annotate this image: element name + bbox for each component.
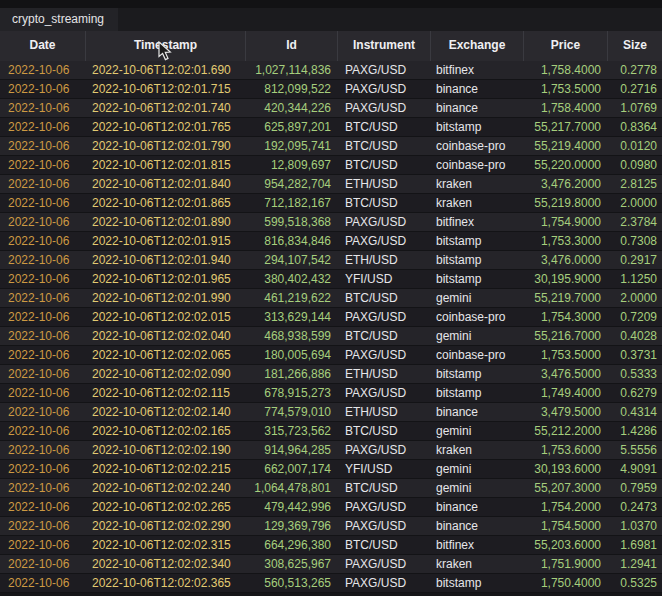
cell-instrument: BTC/USD [337, 479, 430, 497]
cell-timestamp: 2022-10-06T12:02:02.190 [85, 441, 245, 459]
cell-timestamp: 2022-10-06T12:02:01.740 [85, 99, 245, 117]
cell-date: 2022-10-06 [0, 137, 85, 155]
cell-exchange: bitfinex [430, 61, 523, 79]
table-row[interactable]: 2022-10-062022-10-06T12:02:02.265479,442… [0, 498, 662, 517]
cell-instrument: PAXG/USD [337, 80, 430, 98]
table-row[interactable]: 2022-10-062022-10-06T12:02:02.165315,723… [0, 422, 662, 441]
table-row[interactable]: 2022-10-062022-10-06T12:02:02.2401,064,4… [0, 479, 662, 498]
cell-id: 129,369,796 [245, 517, 337, 535]
cell-size: 4.9091 [607, 460, 662, 478]
table-row[interactable]: 2022-10-062022-10-06T12:02:02.140774,579… [0, 403, 662, 422]
table-row[interactable]: 2022-10-062022-10-06T12:02:01.865712,182… [0, 194, 662, 213]
cell-timestamp: 2022-10-06T12:02:01.715 [85, 80, 245, 98]
table-row[interactable]: 2022-10-062022-10-06T12:02:01.790192,095… [0, 137, 662, 156]
cell-date: 2022-10-06 [0, 422, 85, 440]
table-row[interactable]: 2022-10-062022-10-06T12:02:01.940294,107… [0, 251, 662, 270]
cell-price: 1,753.5000 [523, 346, 607, 364]
table-row[interactable]: 2022-10-062022-10-06T12:02:02.040468,938… [0, 327, 662, 346]
table-row[interactable]: 2022-10-062022-10-06T12:02:02.365560,513… [0, 574, 662, 593]
column-header-price[interactable]: Price [523, 31, 607, 61]
table-row[interactable]: 2022-10-062022-10-06T12:02:01.765625,897… [0, 118, 662, 137]
cell-price: 1,753.3000 [523, 232, 607, 250]
table-row[interactable]: 2022-10-062022-10-06T12:02:01.840954,282… [0, 175, 662, 194]
cell-timestamp: 2022-10-06T12:02:02.215 [85, 460, 245, 478]
cell-date: 2022-10-06 [0, 517, 85, 535]
table-row[interactable]: 2022-10-062022-10-06T12:02:02.190914,964… [0, 441, 662, 460]
cell-date: 2022-10-06 [0, 61, 85, 79]
cell-instrument: PAXG/USD [337, 61, 430, 79]
table-row[interactable]: 2022-10-062022-10-06T12:02:02.090181,266… [0, 365, 662, 384]
cell-date: 2022-10-06 [0, 536, 85, 554]
cell-size: 0.2473 [607, 498, 662, 516]
cell-price: 1,751.9000 [523, 555, 607, 573]
table-row[interactable]: 2022-10-062022-10-06T12:02:01.81512,809,… [0, 156, 662, 175]
table-row[interactable]: 2022-10-062022-10-06T12:02:02.290129,369… [0, 517, 662, 536]
cell-exchange: binance [430, 403, 523, 421]
cell-date: 2022-10-06 [0, 232, 85, 250]
column-header-exchange[interactable]: Exchange [430, 31, 523, 61]
cell-timestamp: 2022-10-06T12:02:02.140 [85, 403, 245, 421]
cell-instrument: BTC/USD [337, 194, 430, 212]
table-row[interactable]: 2022-10-062022-10-06T12:02:01.740420,344… [0, 99, 662, 118]
column-header-instrument[interactable]: Instrument [337, 31, 430, 61]
cell-timestamp: 2022-10-06T12:02:01.865 [85, 194, 245, 212]
cell-id: 678,915,273 [245, 384, 337, 402]
cell-price: 1,754.2000 [523, 498, 607, 516]
cell-exchange: coinbase-pro [430, 346, 523, 364]
table-row[interactable]: 2022-10-062022-10-06T12:02:02.015313,629… [0, 308, 662, 327]
cell-price: 1,758.4000 [523, 99, 607, 117]
cell-size: 0.8364 [607, 118, 662, 136]
cell-price: 30,195.9000 [523, 270, 607, 288]
table-row[interactable]: 2022-10-062022-10-06T12:02:02.340308,625… [0, 555, 662, 574]
table-row[interactable]: 2022-10-062022-10-06T12:02:01.890599,518… [0, 213, 662, 232]
column-header-id[interactable]: Id [245, 31, 337, 61]
cell-exchange: bitstamp [430, 574, 523, 592]
table-row[interactable]: 2022-10-062022-10-06T12:02:01.715812,099… [0, 80, 662, 99]
table-row[interactable]: 2022-10-062022-10-06T12:02:01.915816,834… [0, 232, 662, 251]
table-row[interactable]: 2022-10-062022-10-06T12:02:02.215662,007… [0, 460, 662, 479]
column-header-timestamp[interactable]: Timestamp [85, 31, 245, 61]
cell-timestamp: 2022-10-06T12:02:02.265 [85, 498, 245, 516]
cell-date: 2022-10-06 [0, 384, 85, 402]
cell-id: 560,513,265 [245, 574, 337, 592]
cell-id: 914,964,285 [245, 441, 337, 459]
cell-price: 1,754.3000 [523, 308, 607, 326]
column-header-size[interactable]: Size [607, 31, 662, 61]
cell-instrument: PAXG/USD [337, 574, 430, 592]
cell-id: 468,938,599 [245, 327, 337, 345]
cell-price: 55,217.7000 [523, 118, 607, 136]
cell-timestamp: 2022-10-06T12:02:01.840 [85, 175, 245, 193]
cell-exchange: binance [430, 99, 523, 117]
tab-crypto-streaming[interactable]: crypto_streaming [0, 8, 118, 31]
cell-price: 55,219.7000 [523, 289, 607, 307]
cell-size: 0.5325 [607, 574, 662, 592]
table-row[interactable]: 2022-10-062022-10-06T12:02:01.965380,402… [0, 270, 662, 289]
cell-timestamp: 2022-10-06T12:02:01.915 [85, 232, 245, 250]
table-row[interactable]: 2022-10-062022-10-06T12:02:02.315664,296… [0, 536, 662, 555]
cell-exchange: gemini [430, 327, 523, 345]
table-row[interactable]: 2022-10-062022-10-06T12:02:02.115678,915… [0, 384, 662, 403]
column-header-date[interactable]: Date [0, 31, 85, 61]
cell-exchange: coinbase-pro [430, 308, 523, 326]
cell-timestamp: 2022-10-06T12:02:01.890 [85, 213, 245, 231]
cell-date: 2022-10-06 [0, 308, 85, 326]
table-row[interactable]: 2022-10-062022-10-06T12:02:01.6901,027,1… [0, 61, 662, 80]
cell-date: 2022-10-06 [0, 441, 85, 459]
cell-instrument: PAXG/USD [337, 213, 430, 231]
cell-timestamp: 2022-10-06T12:02:02.015 [85, 308, 245, 326]
cell-exchange: bitstamp [430, 384, 523, 402]
cell-size: 2.3784 [607, 213, 662, 231]
cell-exchange: binance [430, 498, 523, 516]
cell-timestamp: 2022-10-06T12:02:01.965 [85, 270, 245, 288]
cell-size: 1.6981 [607, 536, 662, 554]
cell-size: 0.0120 [607, 137, 662, 155]
cell-id: 479,442,996 [245, 498, 337, 516]
cell-size: 0.4314 [607, 403, 662, 421]
table-row[interactable]: 2022-10-062022-10-06T12:02:01.990461,219… [0, 289, 662, 308]
cell-instrument: PAXG/USD [337, 441, 430, 459]
cell-date: 2022-10-06 [0, 574, 85, 592]
cell-size: 2.0000 [607, 194, 662, 212]
cell-id: 625,897,201 [245, 118, 337, 136]
table-row[interactable]: 2022-10-062022-10-06T12:02:02.065180,005… [0, 346, 662, 365]
cell-id: 313,629,144 [245, 308, 337, 326]
